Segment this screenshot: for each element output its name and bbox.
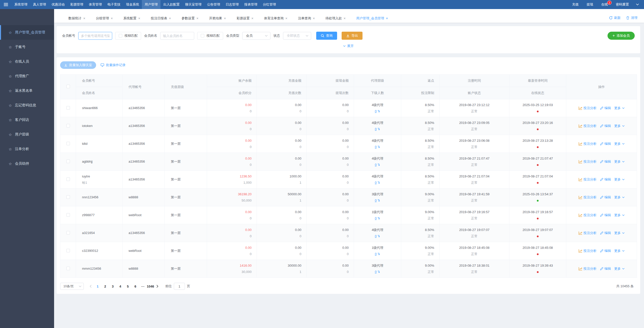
page-number[interactable]: 6 [132, 283, 139, 290]
sidebar-item[interactable]: ☆ 返水黑名单 [0, 83, 54, 98]
bet-analysis-button[interactable]: 投注分析 [579, 266, 597, 271]
top-nav-item[interactable]: 体育管理 [86, 0, 105, 9]
status-select[interactable]: 全部状态 [283, 32, 311, 40]
sidebar-item[interactable]: ☆ 客户回访 [0, 113, 54, 127]
subordinates-link[interactable]: 0 [375, 127, 380, 131]
tab[interactable]: 待处理入款 × [320, 16, 351, 21]
subordinates-link[interactable]: 0 [375, 252, 380, 256]
member-name-input[interactable] [160, 32, 194, 40]
edit-button[interactable]: 编辑 [600, 177, 611, 182]
edit-button[interactable]: 编辑 [600, 124, 611, 128]
fuzzy-match-checkbox-account[interactable]: 模糊匹配 [115, 32, 141, 40]
more-button[interactable]: 更多 [614, 106, 625, 110]
bet-analysis-button[interactable]: 投注分析 [579, 106, 597, 110]
more-button[interactable]: 更多 [614, 213, 625, 217]
edit-button[interactable]: 编辑 [600, 249, 611, 253]
subordinates-link[interactable]: 0 [375, 109, 380, 113]
sidebar-item[interactable]: ☆ 用户层级 [0, 127, 54, 142]
row-checkbox[interactable] [66, 124, 70, 127]
subordinates-link[interactable]: 0 [375, 181, 380, 185]
bet-analysis-button[interactable]: 投注分析 [579, 195, 597, 200]
top-right-item[interactable]: 在线 2 [597, 0, 612, 9]
subordinates-link[interactable]: 0 [375, 163, 380, 167]
tab[interactable]: 用户管理_会员管理 × [351, 16, 393, 21]
more-button[interactable]: 更多 [614, 177, 625, 182]
prev-page-button[interactable] [87, 285, 94, 288]
batch-join-chat-button[interactable]: 批量加入聊天室 [60, 61, 96, 69]
refresh-button[interactable]: 刷新 [609, 16, 621, 20]
top-nav-item[interactable]: 电子竞技 [105, 0, 123, 9]
bet-analysis-button[interactable]: 投注分析 [579, 249, 597, 253]
edit-button[interactable]: 编辑 [600, 266, 611, 271]
sidebar-item[interactable]: ☆ 代理推广 [0, 69, 54, 83]
tab-close-icon[interactable]: × [224, 17, 226, 20]
row-checkbox[interactable] [66, 160, 70, 163]
more-button[interactable]: 更多 [614, 249, 625, 253]
row-checkbox[interactable] [66, 106, 70, 110]
tab[interactable]: 分组管理 × [91, 16, 118, 21]
bet-analysis-button[interactable]: 投注分析 [579, 177, 597, 182]
tab-close-icon[interactable]: × [169, 17, 171, 20]
sidebar-item[interactable]: ☆ 子账号 [0, 40, 54, 54]
tab-close-icon[interactable]: × [386, 17, 388, 20]
tab[interactable]: 注单查询 × [293, 16, 320, 21]
sidebar-toggle-button[interactable] [0, 0, 12, 9]
more-button[interactable]: 更多 [614, 142, 625, 146]
row-checkbox[interactable] [66, 195, 70, 199]
subordinates-link[interactable]: 0 [375, 145, 380, 149]
row-checkbox[interactable] [66, 249, 70, 252]
tab-close-icon[interactable]: × [285, 17, 287, 20]
tab[interactable]: 体育注单查询 × [259, 16, 293, 21]
sidebar-item[interactable]: ☆ 忘记密码信息 [0, 98, 54, 113]
edit-button[interactable]: 编辑 [600, 231, 611, 235]
edit-button[interactable]: 编辑 [600, 159, 611, 164]
page-number[interactable]: 1 [94, 283, 101, 290]
page-number[interactable]: ··· [139, 283, 147, 290]
page-number[interactable]: 2 [101, 283, 109, 290]
edit-button[interactable]: 编辑 [600, 195, 611, 200]
tab-close-icon[interactable]: × [251, 17, 253, 20]
top-nav-item[interactable]: 出入款配置 [160, 0, 182, 9]
row-checkbox[interactable] [66, 142, 70, 145]
tab[interactable]: 开奖结果 × [204, 16, 231, 21]
tab-close-icon[interactable]: × [313, 17, 315, 20]
search-button[interactable]: 查询 [316, 32, 337, 40]
tab-close-icon[interactable]: × [138, 17, 140, 20]
top-nav-item[interactable]: 真人管理 [30, 0, 49, 9]
tab-close-icon[interactable]: × [111, 17, 113, 20]
tab[interactable]: 投注日报表 × [146, 16, 176, 21]
edit-button[interactable]: 编辑 [600, 106, 611, 110]
tab[interactable]: 数据统计 × [63, 16, 91, 21]
top-nav-item[interactable]: 聊天室管理 [182, 0, 204, 9]
subordinates-link[interactable]: 0 [375, 216, 380, 220]
add-member-button[interactable]: + 添加会员 [608, 32, 635, 40]
top-right-item[interactable]: 提现 [583, 0, 597, 9]
batch-operation-log-button[interactable]: 批量操作记录 [101, 63, 126, 67]
bet-analysis-button[interactable]: 投注分析 [579, 142, 597, 146]
page-size-select[interactable]: 10条/页 [60, 283, 84, 290]
bet-analysis-button[interactable]: 投注分析 [579, 124, 597, 128]
top-right-item[interactable]: 充值 [568, 0, 583, 9]
row-checkbox[interactable] [66, 213, 70, 217]
top-nav-item[interactable]: 分红管理 [260, 0, 279, 9]
select-all-checkbox[interactable] [66, 85, 70, 88]
more-button[interactable]: 更多 [614, 124, 625, 128]
goto-page-input[interactable] [174, 283, 185, 290]
export-button[interactable]: 导出 [342, 32, 363, 40]
expand-toggle-link[interactable]: 展开 [343, 44, 354, 48]
clear-button[interactable]: 清理 [626, 16, 637, 20]
page-number[interactable]: 4 [116, 283, 124, 290]
subordinates-link[interactable]: 0 [375, 199, 380, 203]
page-number[interactable]: 5 [124, 283, 132, 290]
row-checkbox[interactable] [66, 267, 70, 270]
top-nav-item[interactable]: 现金系统 [123, 0, 142, 9]
subordinates-link[interactable]: 0 [375, 234, 380, 238]
page-number[interactable]: 1046 [147, 283, 154, 290]
edit-button[interactable]: 编辑 [600, 142, 611, 146]
tab-close-icon[interactable]: × [344, 17, 346, 20]
top-nav-item[interactable]: 优惠活动 [49, 0, 67, 9]
member-type-select[interactable]: 会员 [242, 32, 270, 40]
sidebar-item[interactable]: ☆ 会员劫持 [0, 156, 54, 171]
more-button[interactable]: 更多 [614, 159, 625, 164]
top-nav-item[interactable]: 公告管理 [204, 0, 223, 9]
